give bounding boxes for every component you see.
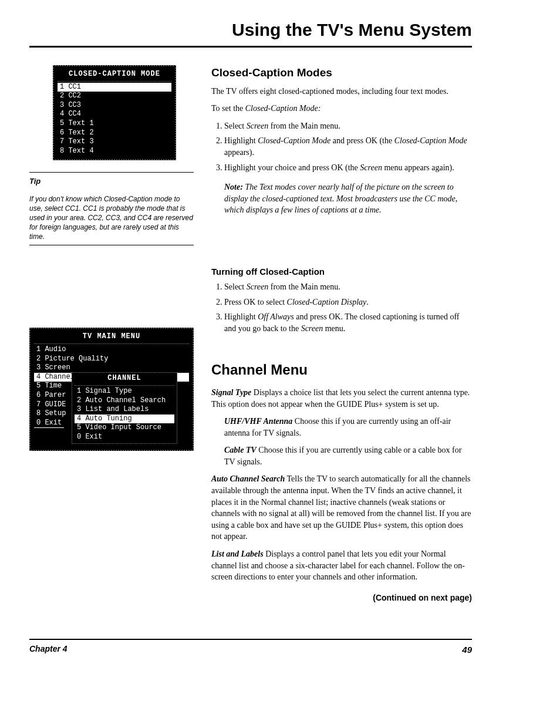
label: Auto Channel Search	[211, 474, 285, 483]
osd-closed-caption: CLOSED-CAPTION MODE 1 CC1 2 CC2 3 CC3 4 …	[53, 65, 176, 160]
osd-item: 5 Text 1	[58, 119, 171, 129]
cc-steps: Select Screen from the Main menu. Highli…	[211, 120, 472, 173]
osd-item: 2 Auto Channel Search	[75, 396, 174, 406]
t: menu.	[323, 324, 345, 333]
list-item: Highlight Off Always and press OK. The c…	[224, 311, 472, 334]
list-item: Select Screen from the Main menu.	[224, 281, 472, 293]
note-label: Note:	[224, 183, 243, 191]
osd-main-menu: TV MAIN MENU 1 Audio 2 Picture Quality 3…	[29, 328, 194, 451]
continued-text: (Continued on next page)	[211, 592, 472, 604]
label: UHF/VHF Antenna	[224, 417, 292, 426]
t: Highlight	[224, 136, 258, 145]
footer-page-number: 49	[462, 643, 472, 656]
osd-channel-title: CHANNEL	[75, 374, 174, 386]
label: Signal Type	[211, 388, 251, 397]
page-title: Using the TV's Menu System	[29, 18, 472, 48]
list-item: Select Screen from the Main menu.	[224, 120, 472, 132]
osd-item: 0 Exit	[75, 433, 174, 442]
osd-main-title: TV MAIN MENU	[34, 332, 189, 344]
osd-cc-title: CLOSED-CAPTION MODE	[58, 70, 171, 82]
auto-search-para: Auto Channel Search Tells the TV to sear…	[211, 473, 472, 542]
t: Closed-Caption Mode:	[245, 104, 321, 113]
osd-item: 8 Text 4	[58, 147, 171, 156]
t: from the Main menu.	[268, 282, 340, 291]
list-item: Highlight your choice and press OK (the …	[224, 162, 472, 174]
t: Press OK to select	[224, 298, 287, 306]
osd-item: 3 CC3	[58, 101, 171, 110]
footer-chapter: Chapter 4	[29, 643, 68, 656]
heading-channel-menu: Channel Menu	[211, 360, 472, 380]
signal-type-para: Signal Type Displays a choice list that …	[211, 387, 472, 410]
t: Screen	[360, 163, 382, 172]
t: Off Always	[258, 312, 294, 321]
t: Select	[224, 282, 247, 291]
tip-heading: Tip	[29, 176, 194, 187]
t: Closed-Caption Mode	[258, 136, 330, 145]
t: Choose this if you are currently using c…	[224, 446, 461, 466]
osd-item: 1 Signal Type	[75, 387, 174, 396]
left-column: CLOSED-CAPTION MODE 1 CC1 2 CC2 3 CC3 4 …	[29, 65, 194, 604]
osd-item: 3 List and Labels	[75, 405, 174, 414]
t: Screen	[247, 282, 269, 291]
right-column: Closed-Caption Modes The TV offers eight…	[211, 65, 472, 604]
osd-item: 5 Video Input Source	[75, 423, 174, 433]
t: Highlight	[224, 312, 258, 321]
cable-tv-para: Cable TV Choose this if you are currentl…	[224, 444, 472, 467]
page-footer: Chapter 4 49	[29, 639, 472, 656]
t: Screen	[301, 324, 323, 333]
t: Closed-Caption Display	[287, 298, 367, 306]
list-labels-para: List and Labels Displays a control panel…	[211, 548, 472, 583]
osd-item: 1 CC1	[58, 83, 171, 92]
t: and press OK (the	[330, 136, 394, 145]
heading-turnoff-cc: Turning off Closed-Caption	[211, 265, 472, 278]
t: To set the	[211, 104, 245, 113]
osd-item: 6 Text 2	[58, 129, 171, 138]
osd-item: 1 Audio	[34, 345, 189, 355]
content-columns: CLOSED-CAPTION MODE 1 CC1 2 CC2 3 CC3 4 …	[29, 65, 472, 604]
osd-item: 3 Screen	[34, 363, 189, 373]
osd-item: 0 Exit	[34, 419, 64, 429]
note-text: The Text modes cover nearly half of the …	[224, 183, 457, 214]
cc-lead: To set the Closed-Caption Mode:	[211, 103, 472, 114]
t: menu appears again).	[382, 163, 454, 172]
list-item: Highlight Closed-Caption Mode and press …	[224, 135, 472, 158]
cc-note: Note: The Text modes cover nearly half o…	[224, 181, 472, 216]
t: Select	[224, 122, 247, 130]
t: Tells the TV to search automatically for…	[211, 474, 471, 541]
heading-cc-modes: Closed-Caption Modes	[211, 65, 472, 81]
osd-item: 4 Auto Tuning	[75, 414, 174, 424]
t: Highlight your choice and press OK (the	[224, 163, 360, 172]
tip-text: If you don't know which Closed-Caption m…	[29, 191, 194, 246]
t: from the Main menu.	[268, 122, 340, 130]
label: List and Labels	[211, 550, 264, 558]
t: .	[366, 298, 369, 306]
t: Closed-Caption Mode	[394, 136, 467, 145]
osd-item: 7 Text 3	[58, 137, 171, 147]
label: Cable TV	[224, 446, 257, 454]
cc-intro: The TV offers eight closed-captioned mod…	[211, 86, 472, 97]
uhf-vhf-para: UHF/VHF Antenna Choose this if you are c…	[224, 416, 472, 439]
osd-item: 2 Picture Quality	[34, 355, 189, 364]
t: Screen	[247, 122, 269, 130]
t: appears).	[224, 148, 254, 157]
osd-item: 4 CC4	[58, 110, 171, 119]
osd-item: 2 CC2	[58, 92, 171, 101]
list-item: Press OK to select Closed-Caption Displa…	[224, 296, 472, 308]
turnoff-steps: Select Screen from the Main menu. Press …	[211, 281, 472, 334]
